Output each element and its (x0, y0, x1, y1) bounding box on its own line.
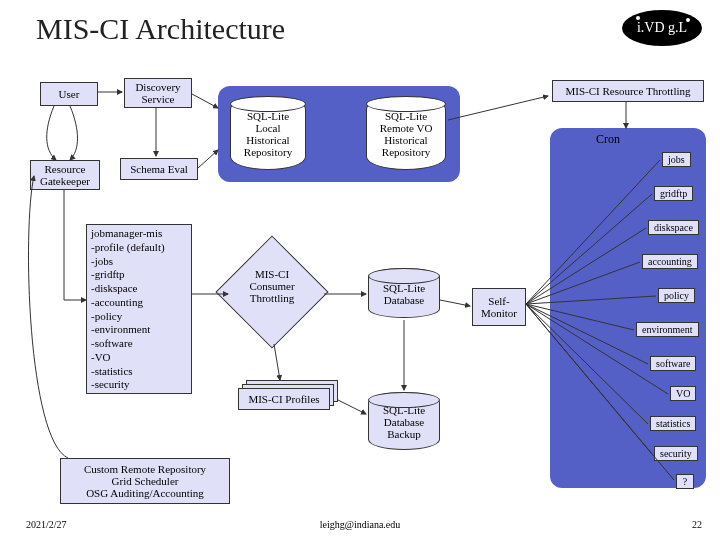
svg-line-2 (192, 94, 218, 108)
jobmanager-note: jobmanager-mis -profile (default) -jobs … (86, 224, 192, 394)
consumer-throttling-diamond: MIS-CI Consumer Throttling (220, 240, 324, 344)
tag-gridftp: gridftp (654, 186, 693, 201)
sqlite-backup-cyl: SQL-Lite Database Backup (368, 392, 440, 450)
sqlite-local-cyl: SQL-Lite Local Historical Repository (230, 96, 306, 170)
tag-question: ? (676, 474, 694, 489)
page-title: MIS-CI Architecture (36, 12, 285, 46)
svg-line-10 (338, 400, 366, 414)
svg-line-8 (440, 300, 470, 306)
footer-page: 22 (692, 519, 702, 530)
tag-security: security (654, 446, 698, 461)
resource-gatekeeper-box: Resource Gatekeeper (30, 160, 100, 190)
cron-backdrop (550, 128, 706, 488)
tag-accounting: accounting (642, 254, 698, 269)
tag-environment: environment (636, 322, 699, 337)
tag-jobs: jobs (662, 152, 691, 167)
mis-ci-throttling-box: MIS-CI Resource Throttling (552, 80, 704, 102)
schema-eval-box: Schema Eval (120, 158, 198, 180)
svg-line-9 (274, 344, 280, 380)
tag-vo: VO (670, 386, 696, 401)
cron-label: Cron (596, 132, 620, 147)
footer-email: leighg@indiana.edu (0, 519, 720, 530)
sqlite-db-cyl: SQL-Lite Database (368, 268, 440, 318)
user-box: User (40, 82, 98, 106)
tag-diskspace: diskspace (648, 220, 699, 235)
custom-remote-box: Custom Remote Repository Grid Scheduler … (60, 458, 230, 504)
discovery-box: Discovery Service (124, 78, 192, 108)
tag-statistics: statistics (650, 416, 696, 431)
svg-line-3 (198, 150, 218, 168)
tag-software: software (650, 356, 696, 371)
ivdgl-logo: i.VD g.L (622, 10, 702, 46)
self-monitor-box: Self- Monitor (472, 288, 526, 326)
sqlite-remote-cyl: SQL-Lite Remote VO Historical Repository (366, 96, 446, 170)
svg-line-12 (448, 96, 548, 120)
tag-policy: policy (658, 288, 695, 303)
